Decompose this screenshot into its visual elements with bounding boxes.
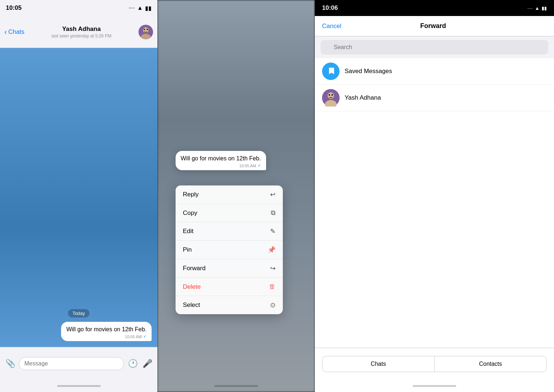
menu-forward-label: Forward: [183, 265, 205, 272]
menu-select-label: Select: [183, 301, 200, 309]
microphone-icon[interactable]: 🎤: [141, 358, 153, 369]
saved-messages-name: Saved Messages: [345, 68, 392, 75]
edit-icon: ✎: [270, 227, 276, 235]
message-input[interactable]: [19, 357, 124, 370]
menu-item-select[interactable]: Select ⊙: [176, 296, 283, 314]
forward-status-time: 10:06: [322, 4, 338, 12]
forward-home-indicator: [315, 380, 554, 392]
chevron-left-icon: ‹: [4, 28, 7, 36]
context-bubble-text: Will go for movies on 12th Feb.: [181, 155, 261, 163]
chat-nav-bar: ‹ Chats Yash Adhana last seen yesterday …: [0, 16, 157, 48]
chat-status-time: 10:05: [6, 4, 21, 12]
tab-contacts[interactable]: Contacts: [434, 356, 547, 372]
delete-icon: 🗑: [269, 283, 276, 291]
menu-item-copy[interactable]: Copy ⧉: [176, 204, 283, 222]
menu-item-pin[interactable]: Pin 📌: [176, 241, 283, 259]
menu-delete-label: Delete: [183, 283, 201, 291]
reply-icon: ↩: [270, 191, 276, 199]
menu-item-forward[interactable]: Forward ↪: [176, 259, 283, 278]
forward-icon: ↪: [270, 264, 276, 272]
bubble-time: 10:05 AM: [125, 335, 142, 339]
panel-context: Will go for movies on 12th Feb. 10:05 AM…: [157, 0, 315, 392]
forward-signal-icon: ····: [527, 5, 533, 11]
back-button[interactable]: ‹ Chats: [4, 28, 24, 36]
bubble-text: Will go for movies on 12th Feb.: [66, 325, 146, 333]
svg-point-3: [143, 28, 148, 33]
read-check-icon: ✓: [143, 334, 146, 339]
forward-nav: Cancel Forward: [315, 16, 554, 36]
yash-avatar: [322, 89, 340, 107]
menu-reply-label: Reply: [183, 191, 198, 198]
forward-battery-icon: ▮▮: [542, 5, 547, 11]
battery-icon: ▮▮: [145, 5, 152, 12]
home-indicator: [0, 380, 157, 392]
forward-wifi-icon: ▲: [535, 5, 539, 11]
wifi-icon: ▲: [137, 5, 143, 11]
menu-item-edit[interactable]: Edit ✎: [176, 222, 283, 241]
forward-status-bar: 10:06 ···· ▲ ▮▮: [315, 0, 554, 16]
bubble-meta: 10:05 AM ✓: [66, 334, 146, 339]
context-home-bar: [214, 385, 258, 387]
contact-name: Yash Adhana: [62, 25, 101, 33]
svg-point-5: [146, 29, 148, 30]
chat-body: Today Will go for movies on 12th Feb. 10…: [0, 48, 157, 347]
forward-bottom-tabs: Chats Contacts: [315, 348, 554, 380]
menu-pin-label: Pin: [183, 246, 192, 253]
home-bar: [57, 385, 101, 387]
menu-item-reply[interactable]: Reply ↩: [176, 185, 283, 204]
signal-icon: ····: [128, 5, 135, 11]
date-badge: Today: [68, 309, 89, 317]
contact-info: Yash Adhana last seen yesterday at 5:26 …: [52, 25, 112, 39]
panel-forward: 10:06 ···· ▲ ▮▮ Cancel Forward 🔍 Saved M…: [315, 0, 554, 392]
chat-status-bar: 10:05 ···· ▲ ▮▮: [0, 0, 157, 16]
context-message-bubble: Will go for movies on 12th Feb. 10:05 AM…: [176, 151, 266, 170]
message-bubble[interactable]: Will go for movies on 12th Feb. 10:05 AM…: [61, 322, 152, 341]
saved-messages-avatar: [322, 63, 340, 80]
panel-chat: 10:05 ···· ▲ ▮▮ ‹ Chats Yash Adhana last…: [0, 0, 157, 392]
contact-item-saved[interactable]: Saved Messages: [315, 58, 554, 85]
forward-status-icons: ···· ▲ ▮▮: [527, 5, 547, 11]
search-wrapper: 🔍: [321, 40, 548, 55]
yash-name: Yash Adhana: [345, 94, 381, 101]
contact-avatar[interactable]: [138, 25, 153, 39]
contacts-list: Saved Messages Yash Adhana: [315, 58, 554, 348]
chat-input-bar: 📎 🕐 🎤: [0, 347, 157, 380]
attachment-icon[interactable]: 📎: [4, 358, 16, 369]
select-icon: ⊙: [270, 301, 276, 309]
context-home-indicator: [157, 380, 315, 392]
contact-status: last seen yesterday at 5:26 PM: [52, 33, 112, 39]
contact-item-yash[interactable]: Yash Adhana: [315, 85, 554, 111]
forward-search-bar: 🔍: [315, 36, 554, 58]
menu-edit-label: Edit: [183, 228, 193, 235]
pin-icon: 📌: [268, 246, 276, 254]
context-read-check: ✓: [258, 163, 261, 168]
svg-point-10: [332, 94, 333, 96]
context-bubble-meta: 10:05 AM ✓: [181, 163, 261, 168]
chat-status-icons: ···· ▲ ▮▮: [128, 5, 152, 12]
svg-point-4: [144, 29, 145, 30]
cancel-button[interactable]: Cancel: [322, 23, 341, 30]
search-input[interactable]: [321, 40, 548, 55]
forward-home-bar: [413, 385, 456, 387]
context-menu: Reply ↩ Copy ⧉ Edit ✎ Pin 📌 Forward ↪ De…: [176, 185, 283, 314]
back-label: Chats: [8, 28, 24, 36]
menu-item-delete[interactable]: Delete 🗑: [176, 278, 283, 296]
tab-chats[interactable]: Chats: [322, 356, 434, 372]
svg-point-9: [329, 94, 330, 96]
menu-copy-label: Copy: [183, 209, 197, 217]
sticker-icon[interactable]: 🕐: [127, 358, 138, 369]
forward-title: Forward: [420, 22, 446, 30]
copy-icon: ⧉: [271, 209, 276, 217]
context-bubble-time: 10:05 AM: [239, 164, 256, 168]
